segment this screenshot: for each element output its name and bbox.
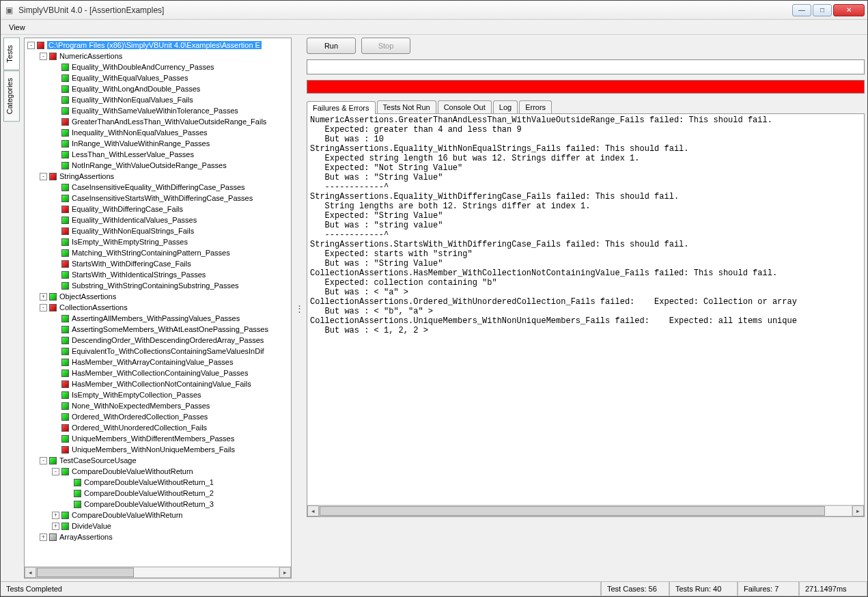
tree-node[interactable]: HasMember_WithCollectionNotContainingVal… (26, 378, 290, 389)
tree-node[interactable]: EquivalentTo_WithCollectionsContainingSa… (26, 346, 290, 357)
tree-node-label[interactable]: None_WithNoExpectedMembers_Passes (72, 402, 210, 410)
tab-failures-errors[interactable]: Failures & Errors (307, 101, 376, 114)
tab-log[interactable]: Log (493, 100, 518, 113)
tree-node-label[interactable]: CompareDoubleValueWithoutReturn_2 (84, 489, 214, 497)
tree-node[interactable]: NotInRange_WithValueOutsideRange_Passes (26, 160, 290, 171)
tree-node-label[interactable]: StartsWith_WithIdenticalStrings_Passes (72, 270, 206, 279)
tree-node[interactable]: +ObjectAssertions (26, 291, 290, 302)
tree-node[interactable]: None_WithNoExpectedMembers_Passes (26, 400, 290, 411)
splitter-handle[interactable]: ⋮ (296, 38, 303, 579)
tree-node[interactable]: Inequality_WithNonEqualValues_Passes (26, 127, 290, 138)
failures-output[interactable]: NumericAssertions.GreaterThanAndLessThan… (307, 114, 864, 505)
tree-node[interactable]: -CompareDoubleValueWithoutReturn (26, 466, 290, 477)
tree-node-label[interactable]: IsEmpty_WithEmptyString_Passes (72, 238, 188, 246)
scroll-left-icon[interactable]: ◂ (25, 567, 36, 578)
tree-node-label[interactable]: CompareDoubleValueWithoutReturn_1 (84, 478, 214, 486)
expand-icon[interactable]: + (52, 512, 59, 519)
tree-node[interactable]: Equality_WithDoubleAndCurrency_Passes (26, 61, 290, 72)
tree-node[interactable]: IsEmpty_WithEmptyString_Passes (26, 236, 290, 247)
tree-node[interactable]: -NumericAssertions (26, 51, 290, 61)
side-tab-tests[interactable]: Tests (3, 38, 20, 70)
tree-node[interactable]: Ordered_WithOrderedCollection_Passes (26, 411, 290, 422)
tree-node-label[interactable]: Equality_WithLongAndDouble_Passes (72, 85, 200, 93)
tree-node-label[interactable]: CaseInsensitiveEquality_WithDifferingCas… (72, 183, 245, 191)
tree-node-label[interactable]: CollectionAssertions (59, 303, 128, 311)
tree-node-label[interactable]: StringAssertions (59, 172, 114, 180)
run-button[interactable]: Run (307, 38, 356, 54)
tree-node[interactable]: CompareDoubleValueWithoutReturn_3 (26, 499, 290, 510)
tree-node-label[interactable]: Equality_WithSameValueWithinTolerance_Pa… (72, 107, 238, 115)
tree-node-label[interactable]: LessThan_WithLesserValue_Passes (72, 150, 194, 158)
tree-node[interactable]: -C:\Program Files (x86)\SimplyVBUnit 4.0… (26, 40, 290, 51)
scroll-right-icon[interactable]: ▸ (279, 567, 291, 578)
tree-node[interactable]: Equality_WithLongAndDouble_Passes (26, 83, 290, 94)
collapse-icon[interactable]: - (52, 468, 59, 475)
tree-node[interactable]: Equality_WithNonEqualStrings_Fails (26, 225, 290, 236)
tree-node-label[interactable]: DivideValue (72, 522, 111, 530)
tree-node[interactable]: UniqueMembers_WithNonUniqueMembers_Fails (26, 444, 290, 455)
tree-node[interactable]: +DivideValue (26, 520, 290, 531)
collapse-icon[interactable]: - (40, 173, 47, 180)
tree-node-label[interactable]: ObjectAssertions (59, 292, 116, 301)
tree-node-label[interactable]: DescendingOrder_WithDescendingOrderedArr… (72, 336, 264, 344)
tree-node[interactable]: CompareDoubleValueWithoutReturn_2 (26, 488, 290, 499)
tree-node-label[interactable]: StartsWith_WithDifferingCase_Fails (72, 260, 191, 268)
tree-node[interactable]: Equality_WithSameValueWithinTolerance_Pa… (26, 105, 290, 116)
collapse-icon[interactable]: - (27, 42, 35, 49)
tree-node[interactable]: HasMember_WithCollectionContainingValue_… (26, 367, 290, 378)
tree-node-label[interactable]: Ordered_WithUnorderedCollection_Fails (72, 424, 207, 432)
tree-node[interactable]: Equality_WithNonEqualValues_Fails (26, 94, 290, 105)
tree-node[interactable]: -CollectionAssertions (26, 302, 290, 313)
tree-node[interactable]: Matching_WithStringContainingPattern_Pas… (26, 247, 290, 258)
tree-node-label[interactable]: Equality_WithDoubleAndCurrency_Passes (72, 63, 214, 71)
tree-node[interactable]: StartsWith_WithDifferingCase_Fails (26, 258, 290, 269)
tree-node-label[interactable]: GreaterThanAndLessThan_WithValueOutsideR… (72, 117, 266, 126)
tree-node-label[interactable]: UniqueMembers_WithNonUniqueMembers_Fails (72, 445, 235, 454)
tree-node-label[interactable]: Equality_WithIdenticalValues_Passes (72, 216, 197, 224)
tree-node-label[interactable]: AssertingAllMembers_WithPassingValues_Pa… (72, 314, 240, 322)
tree-node[interactable]: AssertingSomeMembers_WithAtLeastOnePassi… (26, 324, 290, 335)
expand-icon[interactable]: + (52, 523, 59, 530)
tree-node[interactable]: Ordered_WithUnorderedCollection_Fails (26, 422, 290, 433)
expand-icon[interactable]: + (40, 533, 47, 541)
tree-node-label[interactable]: Equality_WithNonEqualStrings_Fails (72, 227, 194, 235)
tree-node-label[interactable]: IsEmpty_WithEmptyCollection_Passes (72, 391, 201, 399)
tab-console-out[interactable]: Console Out (438, 100, 492, 113)
tree-node[interactable]: Equality_WithEqualValues_Passes (26, 72, 290, 83)
tree-node[interactable]: Substring_WithStringContainingSubstring_… (26, 280, 290, 291)
scroll-thumb[interactable] (320, 506, 825, 516)
tree-node[interactable]: AssertingAllMembers_WithPassingValues_Pa… (26, 313, 290, 324)
tree-node-label[interactable]: Inequality_WithNonEqualValues_Passes (72, 128, 208, 137)
tree-node[interactable]: +CompareDoubleValueWithReturn (26, 510, 290, 520)
output-scrollbar-horizontal[interactable]: ◂ ▸ (307, 505, 864, 516)
collapse-icon[interactable]: - (40, 457, 47, 464)
tree-node[interactable]: CompareDoubleValueWithoutReturn_1 (26, 477, 290, 488)
titlebar[interactable]: ▣ SimplyVBUnit 4.0 - [AssertionExamples]… (1, 1, 867, 20)
tree-node-label[interactable]: InRange_WithValueWithinRange_Passes (72, 139, 210, 148)
tree-node[interactable]: DescendingOrder_WithDescendingOrderedArr… (26, 335, 290, 346)
side-tab-categories[interactable]: Categories (3, 70, 20, 122)
tree-node[interactable]: -StringAssertions (26, 171, 290, 182)
tree-node[interactable]: LessThan_WithLesserValue_Passes (26, 149, 290, 160)
close-button[interactable]: ✕ (833, 4, 865, 16)
tree-node-label[interactable]: ArrayAssertions (59, 533, 113, 541)
tree-node-label[interactable]: NumericAssertions (59, 52, 122, 60)
scroll-left-icon[interactable]: ◂ (307, 505, 319, 516)
tree-node[interactable]: Equality_WithIdenticalValues_Passes (26, 214, 290, 225)
tree-node-label[interactable]: CompareDoubleValueWithoutReturn_3 (84, 500, 214, 508)
tab-errors[interactable]: Errors (519, 100, 552, 113)
tree-node-label[interactable]: CaseInsensitiveStartsWith_WithDifferingC… (72, 194, 253, 202)
tree-node-label[interactable]: CompareDoubleValueWithoutReturn (72, 467, 193, 475)
tree-node[interactable]: HasMember_WithArrayContainingValue_Passe… (26, 357, 290, 367)
tree-node-label[interactable]: HasMember_WithCollectionContainingValue_… (72, 369, 248, 377)
tree-node[interactable]: UniqueMembers_WithDifferentMembers_Passe… (26, 433, 290, 444)
tree-node-label[interactable]: UniqueMembers_WithDifferentMembers_Passe… (72, 434, 234, 443)
expand-icon[interactable]: + (40, 293, 47, 301)
tree-node[interactable]: StartsWith_WithIdenticalStrings_Passes (26, 269, 290, 280)
tree-node-label[interactable]: CompareDoubleValueWithReturn (72, 511, 182, 519)
filter-input[interactable] (307, 59, 865, 74)
scroll-track[interactable] (319, 505, 852, 516)
tree-node[interactable]: IsEmpty_WithEmptyCollection_Passes (26, 389, 290, 400)
scroll-right-icon[interactable]: ▸ (852, 505, 864, 516)
tree-node-label[interactable]: NotInRange_WithValueOutsideRange_Passes (72, 161, 227, 169)
